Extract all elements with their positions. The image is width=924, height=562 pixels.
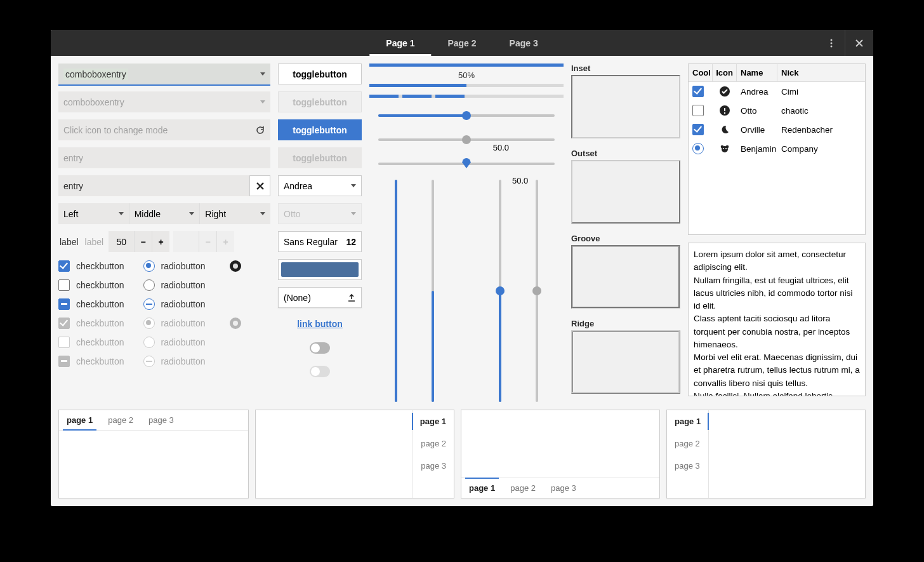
- checkbutton-row-disabled: checkbutton: [58, 337, 124, 348]
- segmented-control[interactable]: Left Middle Right: [58, 203, 270, 224]
- nb-tab[interactable]: page 2: [503, 478, 543, 498]
- checkbox-icon[interactable]: [692, 105, 704, 116]
- notebook-top[interactable]: page 1 page 2 page 3: [58, 410, 249, 498]
- chevron-down-icon: [351, 184, 356, 187]
- chevron-down-icon: [260, 100, 265, 104]
- table-row[interactable]: Otto chaotic: [689, 101, 865, 120]
- slider-vertical-disabled: [531, 180, 543, 402]
- entry-disabled: entry: [58, 147, 270, 168]
- label: label: [58, 237, 80, 247]
- checkbox-icon[interactable]: [692, 86, 704, 97]
- inconsistent-radio-icon: [230, 318, 241, 329]
- checkbox-icon[interactable]: [58, 260, 70, 272]
- nb-tab[interactable]: page 2: [412, 432, 454, 455]
- radiobutton-row[interactable]: radiobutton: [143, 260, 241, 272]
- radiobutton-row[interactable]: radiobutton: [143, 279, 241, 291]
- nb-tab[interactable]: page 3: [543, 478, 584, 498]
- nb-tab[interactable]: page 3: [141, 410, 182, 430]
- verified-icon: [720, 86, 730, 97]
- column-header[interactable]: Cool: [689, 64, 713, 81]
- nb-tab[interactable]: page 2: [100, 410, 141, 430]
- checkbox-icon[interactable]: [692, 124, 704, 135]
- radio-icon[interactable]: [143, 260, 155, 272]
- spin-button[interactable]: 50 − +: [109, 231, 169, 252]
- checkbox-icon[interactable]: [58, 298, 70, 310]
- svg-point-9: [725, 148, 727, 149]
- svg-rect-3: [724, 108, 725, 111]
- checkbutton-row[interactable]: checkbutton: [58, 298, 124, 310]
- header-tab-page2[interactable]: Page 2: [431, 30, 492, 56]
- svg-point-8: [723, 148, 724, 149]
- seg-left[interactable]: Left: [58, 203, 129, 224]
- file-chooser-button[interactable]: (None): [278, 287, 362, 308]
- spin-minus[interactable]: −: [134, 231, 152, 252]
- level-bar: [369, 95, 564, 98]
- radio-icon[interactable]: [692, 143, 704, 154]
- switch-off[interactable]: [310, 342, 330, 354]
- slider-horizontal-marks[interactable]: 50.0: [378, 154, 555, 173]
- checkbutton-row-disabled: checkbutton: [58, 356, 124, 367]
- header-tab-page3[interactable]: Page 3: [493, 30, 555, 56]
- checkbutton-row-disabled: checkbutton: [58, 318, 124, 329]
- link-button[interactable]: link button: [278, 315, 362, 333]
- slider-vertical[interactable]: [427, 180, 439, 402]
- slider-vertical[interactable]: 50.0: [494, 180, 506, 402]
- checkbutton-row[interactable]: checkbutton: [58, 260, 124, 272]
- table-row[interactable]: Orville Redenbacher: [689, 120, 865, 139]
- notebook-right[interactable]: page 1 page 2 page 3: [255, 410, 454, 498]
- column-header[interactable]: Icon: [713, 64, 737, 81]
- close-icon[interactable]: [845, 30, 873, 56]
- slider-horizontal-disabled: [378, 130, 555, 149]
- toggle-button[interactable]: togglebutton: [278, 64, 362, 84]
- radiobutton-row-disabled: radiobutton: [143, 318, 241, 329]
- nb-tab[interactable]: page 1: [667, 410, 708, 432]
- text-view[interactable]: Lorem ipsum dolor sit amet, consectetur …: [688, 243, 866, 396]
- entry-clear-button[interactable]: [249, 175, 270, 196]
- column-header[interactable]: Nick: [777, 64, 865, 81]
- nb-tab[interactable]: page 1: [59, 410, 100, 430]
- nb-tab[interactable]: page 3: [667, 455, 708, 477]
- close-icon: [256, 182, 264, 190]
- menu-icon[interactable]: [817, 30, 845, 56]
- warning-icon: [720, 105, 730, 116]
- spin-plus[interactable]: +: [152, 231, 169, 252]
- frame-ridge: Ridge: [571, 319, 680, 396]
- icon-entry[interactable]: Click icon to change mode: [58, 119, 270, 140]
- upload-icon: [347, 293, 356, 302]
- entry-field[interactable]: entry: [58, 175, 249, 196]
- svg-point-2: [830, 45, 832, 47]
- comboboxentry-active[interactable]: comboboxentry: [58, 64, 270, 84]
- notebook-bottom[interactable]: page 1 page 2 page 3: [461, 410, 660, 498]
- refresh-icon[interactable]: [255, 125, 265, 135]
- treeview-table[interactable]: Cool Icon Name Nick Andrea Cimi Otto cha…: [688, 64, 866, 235]
- font-button[interactable]: Sans Regular12: [278, 231, 362, 252]
- nb-tab[interactable]: page 1: [412, 410, 454, 432]
- combobox-andrea[interactable]: Andrea: [278, 175, 362, 196]
- table-row[interactable]: Andrea Cimi: [689, 82, 865, 101]
- notebook-left[interactable]: page 1 page 2 page 3: [666, 410, 866, 498]
- chevron-down-icon: [189, 212, 194, 215]
- slider-horizontal[interactable]: [378, 106, 555, 125]
- chevron-down-icon: [119, 212, 124, 215]
- nb-tab[interactable]: page 1: [461, 478, 503, 498]
- seg-right[interactable]: Right: [200, 203, 270, 224]
- radiobutton-row[interactable]: radiobutton: [143, 298, 241, 310]
- column-header[interactable]: Name: [737, 64, 777, 81]
- svg-point-7: [726, 145, 729, 149]
- radio-icon: [143, 356, 155, 367]
- radio-icon[interactable]: [143, 279, 155, 291]
- seg-middle[interactable]: Middle: [129, 203, 201, 224]
- checkbutton-row[interactable]: checkbutton: [58, 279, 124, 291]
- checkbox-icon[interactable]: [58, 279, 70, 291]
- header-tab-page1[interactable]: Page 1: [369, 30, 431, 56]
- svg-point-4: [724, 112, 725, 114]
- frame-groove: Groove: [571, 234, 680, 311]
- svg-point-6: [721, 145, 724, 149]
- nb-tab[interactable]: page 2: [667, 432, 708, 455]
- table-row[interactable]: Benjamin Company: [689, 139, 865, 158]
- toggle-button-active[interactable]: togglebutton: [278, 119, 362, 140]
- color-button[interactable]: [278, 259, 362, 280]
- slider-vertical[interactable]: [390, 180, 402, 402]
- nb-tab[interactable]: page 3: [412, 455, 454, 477]
- radio-icon[interactable]: [143, 298, 155, 310]
